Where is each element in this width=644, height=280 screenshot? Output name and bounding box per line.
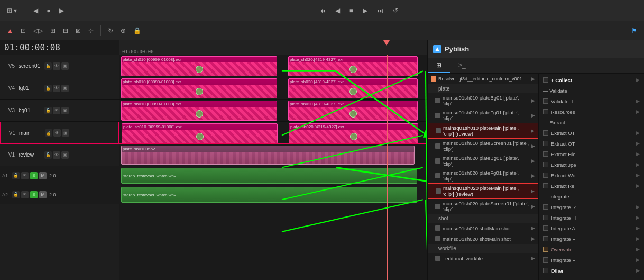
action-checkbox-integrate-h[interactable]	[543, 215, 548, 220]
action-checkbox-integrate-f[interactable]	[543, 236, 548, 241]
action-checkbox-extract-ot2[interactable]	[543, 141, 548, 146]
action-collect[interactable]: + Collect ▶	[539, 75, 644, 85]
action-checkbox-integrate-a[interactable]	[543, 225, 548, 231]
pyblish-item-shotmain020[interactable]: mainsq01sh020 shotMain shot ▶	[428, 233, 538, 244]
undo-button[interactable]: ◀	[31, 5, 41, 16]
pyblish-item-platebg010[interactable]: mainsq01sh010 plateBg01 ['plate', 'clip'…	[428, 93, 538, 108]
solo-icon-v3[interactable]: ▣	[61, 107, 69, 114]
action-checkbox-overwrite[interactable]	[543, 247, 548, 252]
pyblish-item-platescreen020[interactable]: mainsq01sh020 plateScreen01 ['plate', 'c…	[428, 199, 538, 214]
dynamic-tool[interactable]: ⊞	[48, 25, 58, 36]
skip-fwd-button[interactable]: ⏭	[374, 5, 386, 16]
action-extract-ot1[interactable]: Extract OT ▶	[539, 128, 644, 138]
clip-v1-main-sh020[interactable]: plate_sh020.[4319-4327].exr	[289, 123, 418, 143]
clip-v4-sh020[interactable]: plate_sh020.[4319-4327].exr	[288, 78, 418, 98]
loop-button[interactable]: ↺	[390, 5, 401, 16]
action-integrate-r[interactable]: Integrate R ▶	[539, 202, 644, 212]
action-checkbox-other[interactable]	[543, 268, 548, 273]
action-integrate-f[interactable]: Integrate F ▶	[539, 233, 644, 244]
clip-v5-sh010[interactable]: plate_sh010.[00999-01008].exr	[121, 56, 277, 76]
m-icon-a2[interactable]: M	[39, 191, 47, 198]
trim-tool[interactable]: ◁▷	[31, 25, 45, 36]
action-integrate-h[interactable]: Integrate H ▶	[539, 212, 644, 223]
eye-icon-a2[interactable]: 👁	[21, 191, 29, 198]
redo-button[interactable]: ▶	[57, 5, 67, 16]
eye-icon-v1-main[interactable]: 👁	[53, 129, 61, 137]
s-icon-a2[interactable]: S	[30, 191, 38, 198]
s-icon-a1[interactable]: S	[30, 172, 38, 179]
action-integrate-a[interactable]: Integrate A ▶	[539, 223, 644, 233]
skip-back-button[interactable]: ⏮	[317, 5, 328, 16]
action-resources[interactable]: Resources ▶	[539, 106, 644, 117]
nav-middle-button[interactable]: ●	[44, 5, 53, 16]
pyblish-item-platemain020[interactable]: mainsq01sh020 plateMain ['plate', 'clip'…	[428, 183, 538, 199]
action-extract-jpe[interactable]: Extract Jpe ▶	[539, 159, 644, 170]
lock-tool[interactable]: 🔒	[131, 25, 144, 36]
lock-icon-a1[interactable]: 🔓	[12, 172, 20, 179]
action-checkbox-validateff[interactable]	[543, 98, 548, 104]
pyblish-item-platebg020[interactable]: mainsq01sh020 plateBg01 ['plate', 'clip'…	[428, 153, 538, 168]
clip-v1-review-sh010mov[interactable]: plate_sh010.mov	[121, 146, 415, 165]
zoom-out-tool[interactable]: ⊠	[73, 25, 84, 36]
action-extract-hie[interactable]: Extract Hie ▶	[539, 149, 644, 159]
clip-v5-sh020[interactable]: plate_sh020.[4319-4327].exr	[288, 56, 418, 76]
action-checkbox-extract-jpe[interactable]	[543, 162, 548, 167]
solo-icon-v1-review[interactable]: ▣	[61, 151, 69, 159]
eye-icon-v4[interactable]: 👁	[53, 85, 60, 92]
clip-v3-sh010[interactable]: plate_sh010.[00999-01008].exr	[121, 101, 277, 121]
clip-v3-sh020[interactable]: plate_sh020.[4319-4327].exr	[288, 101, 418, 121]
blade-tool[interactable]: ⊡	[18, 25, 29, 36]
action-other[interactable]: Other ▶	[539, 265, 644, 276]
solo-icon-v4[interactable]: ▣	[61, 85, 69, 92]
zoom-in-tool[interactable]: ⊟	[60, 25, 71, 36]
pyblish-item-platemain010[interactable]: mainsq01sh010 plateMain ['plate', 'clip'…	[428, 123, 538, 139]
pyblish-item-platefg010[interactable]: mainsq01sh010 plateFg01 ['plate', 'clip'…	[428, 108, 538, 123]
pyblish-item-resolve[interactable]: Resolve - jt3d__editorial_conform_v001 ▶	[428, 74, 538, 84]
action-checkbox-extract-ot1[interactable]	[543, 130, 548, 136]
action-checkbox-collect[interactable]	[543, 77, 548, 83]
audio-clip-a2[interactable]: stereo_testovaci_wafka.wav	[121, 187, 417, 203]
m-icon-a1[interactable]: M	[39, 172, 47, 179]
pyblish-item-platefg020[interactable]: mainsq01sh020 plateFg01 ['plate', 'clip'…	[428, 168, 538, 183]
lock-icon-v5[interactable]: 🔓	[44, 62, 52, 70]
snap-tool[interactable]: ⊹	[86, 25, 96, 36]
cursor-tool[interactable]: ▲	[4, 25, 16, 36]
action-validateff[interactable]: Validate ff ▶	[539, 96, 644, 106]
action-checkbox-extract-hie[interactable]	[543, 151, 548, 157]
audio-clip-a1[interactable]: stereo_testovaci_wafka.wav	[121, 168, 417, 184]
lock-icon-v1-review[interactable]: 🔓	[44, 151, 52, 159]
eye-icon-v5[interactable]: 👁	[53, 62, 60, 70]
flag-button[interactable]: ⚑	[629, 25, 640, 36]
stop-button[interactable]: ■	[347, 5, 356, 16]
eye-icon-v1-review[interactable]: 👁	[53, 151, 60, 159]
play-button[interactable]: ▶	[360, 5, 370, 16]
lock-icon-a2[interactable]: 🔓	[12, 191, 20, 198]
rotate-tool[interactable]: ↻	[105, 25, 116, 36]
step-back-button[interactable]: ◀	[333, 5, 343, 16]
eye-icon-v3[interactable]: 👁	[53, 107, 60, 114]
clip-v1-main-sh010[interactable]: plate_sh010.[00999-01008].exr	[122, 123, 278, 143]
solo-icon-v1-main[interactable]: ▣	[62, 129, 69, 137]
solo-icon-v5[interactable]: ▣	[61, 62, 69, 70]
tab-layout[interactable]: ⊞	[428, 58, 450, 73]
action-extract-wo[interactable]: Extract Wo ▶	[539, 170, 644, 180]
pyblish-item-workfile[interactable]: _editorial_workfile ▶	[428, 253, 538, 264]
action-checkbox-integrate-r[interactable]	[543, 204, 548, 210]
pyblish-item-platescreen010[interactable]: mainsq01sh010 plateScreen01 ['plate', 'c…	[428, 139, 538, 153]
workspace-button[interactable]: ⊞ ▾	[4, 5, 20, 16]
action-overwrite[interactable]: Overwrite ▶	[539, 244, 644, 255]
tab-terminal[interactable]: >_	[450, 58, 474, 73]
action-checkbox-resources[interactable]	[543, 109, 548, 114]
action-extract-re[interactable]: Extract Re ▶	[539, 180, 644, 191]
lock-icon-v1-main[interactable]: 🔓	[45, 129, 52, 137]
action-checkbox-extract-re[interactable]	[543, 183, 548, 188]
pyblish-item-shotmain010[interactable]: mainsq01sh010 shotMain shot ▶	[428, 223, 538, 233]
link-tool[interactable]: ⊕	[118, 25, 128, 36]
action-checkbox-extract-wo[interactable]	[543, 173, 548, 178]
action-checkbox-integrate-f2[interactable]	[543, 257, 548, 263]
eye-icon-a1[interactable]: 👁	[21, 172, 29, 179]
lock-icon-v3[interactable]: 🔓	[44, 107, 52, 114]
action-extract-ot2[interactable]: Extract OT ▶	[539, 138, 644, 149]
lock-icon-v4[interactable]: 🔓	[44, 85, 52, 92]
clip-v4-sh010[interactable]: plate_sh010.[00999-01008].exr	[121, 78, 277, 98]
